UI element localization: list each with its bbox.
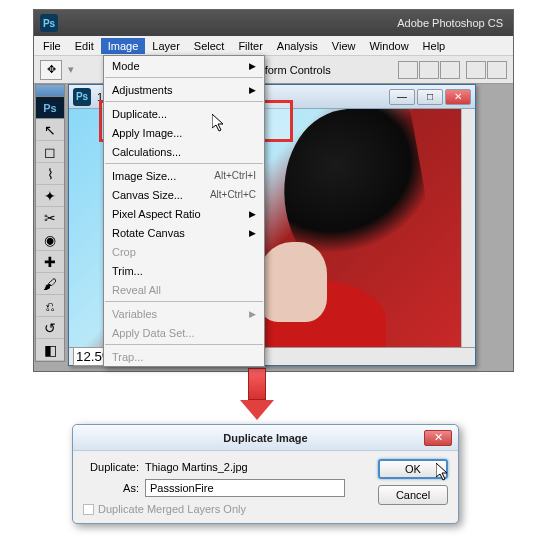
merged-layers-checkbox (83, 504, 94, 515)
menu-image-size[interactable]: Image Size...Alt+Ctrl+I (104, 166, 264, 185)
align-btn[interactable] (466, 61, 486, 79)
stamp-tool[interactable]: ⎌ (36, 295, 64, 317)
menu-mode[interactable]: Mode▶ (104, 56, 264, 75)
menu-image[interactable]: Image (101, 38, 146, 54)
menu-canvas-size[interactable]: Canvas Size...Alt+Ctrl+C (104, 185, 264, 204)
menu-window[interactable]: Window (362, 38, 415, 54)
app-logo-icon: Ps (40, 14, 58, 32)
doc-logo-icon: Ps (73, 88, 91, 106)
menu-rotate-canvas[interactable]: Rotate Canvas▶ (104, 223, 264, 242)
history-brush-tool[interactable]: ↺ (36, 317, 64, 339)
lasso-tool[interactable]: ⌇ (36, 163, 64, 185)
menu-reveal-all: Reveal All (104, 280, 264, 299)
move-tool-icon[interactable]: ✥ (40, 60, 62, 80)
app-title: Adobe Photoshop CS (66, 17, 507, 29)
duplicate-image-dialog: Duplicate Image ✕ Duplicate: Thiago Mart… (72, 424, 459, 524)
wand-tool[interactable]: ✦ (36, 185, 64, 207)
heal-tool[interactable]: ✚ (36, 251, 64, 273)
as-input[interactable] (145, 479, 345, 497)
menu-crop: Crop (104, 242, 264, 261)
menu-variables: Variables▶ (104, 304, 264, 323)
menu-trim[interactable]: Trim... (104, 261, 264, 280)
maximize-button[interactable]: □ (417, 89, 443, 105)
menu-apply-image[interactable]: Apply Image... (104, 123, 264, 142)
dialog-titlebar[interactable]: Duplicate Image ✕ (73, 425, 458, 451)
image-menu-dropdown: Mode▶ Adjustments▶ Duplicate... Apply Im… (103, 55, 265, 367)
eyedropper-tool[interactable]: ◉ (36, 229, 64, 251)
tutorial-arrow-icon (240, 368, 274, 420)
menu-edit[interactable]: Edit (68, 38, 101, 54)
menu-adjustments[interactable]: Adjustments▶ (104, 80, 264, 99)
menubar: File Edit Image Layer Select Filter Anal… (34, 36, 513, 56)
align-btn[interactable] (440, 61, 460, 79)
menu-duplicate[interactable]: Duplicate... (104, 104, 264, 123)
menu-help[interactable]: Help (416, 38, 453, 54)
close-button[interactable]: ✕ (445, 89, 471, 105)
toolbox: Ps ↖ ◻ ⌇ ✦ ✂ ◉ ✚ 🖌 ⎌ ↺ ◧ (35, 84, 65, 362)
menu-filter[interactable]: Filter (231, 38, 269, 54)
menu-apply-data-set: Apply Data Set... (104, 323, 264, 342)
app-titlebar: Ps Adobe Photoshop CS (34, 10, 513, 36)
menu-select[interactable]: Select (187, 38, 232, 54)
menu-view[interactable]: View (325, 38, 363, 54)
toolbox-grip[interactable] (36, 85, 64, 97)
brush-tool[interactable]: 🖌 (36, 273, 64, 295)
crop-tool[interactable]: ✂ (36, 207, 64, 229)
menu-analysis[interactable]: Analysis (270, 38, 325, 54)
cancel-button[interactable]: Cancel (378, 485, 448, 505)
align-btn[interactable] (398, 61, 418, 79)
dialog-title: Duplicate Image (223, 432, 307, 444)
align-btn[interactable] (419, 61, 439, 79)
as-label: As: (83, 482, 145, 494)
vertical-scrollbar[interactable] (461, 109, 475, 347)
menu-calculations[interactable]: Calculations... (104, 142, 264, 161)
move-tool[interactable]: ↖ (36, 119, 64, 141)
dialog-close-button[interactable]: ✕ (424, 430, 452, 446)
menu-pixel-aspect[interactable]: Pixel Aspect Ratio▶ (104, 204, 264, 223)
menu-file[interactable]: File (36, 38, 68, 54)
merged-layers-label: Duplicate Merged Layers Only (98, 503, 246, 515)
marquee-tool[interactable]: ◻ (36, 141, 64, 163)
menu-layer[interactable]: Layer (145, 38, 187, 54)
eraser-tool[interactable]: ◧ (36, 339, 64, 361)
minimize-button[interactable]: — (389, 89, 415, 105)
ps-badge-icon: Ps (36, 97, 64, 119)
ok-button[interactable]: OK (378, 459, 448, 479)
menu-trap: Trap... (104, 347, 264, 366)
align-btn[interactable] (487, 61, 507, 79)
duplicate-label: Duplicate: (83, 461, 145, 473)
